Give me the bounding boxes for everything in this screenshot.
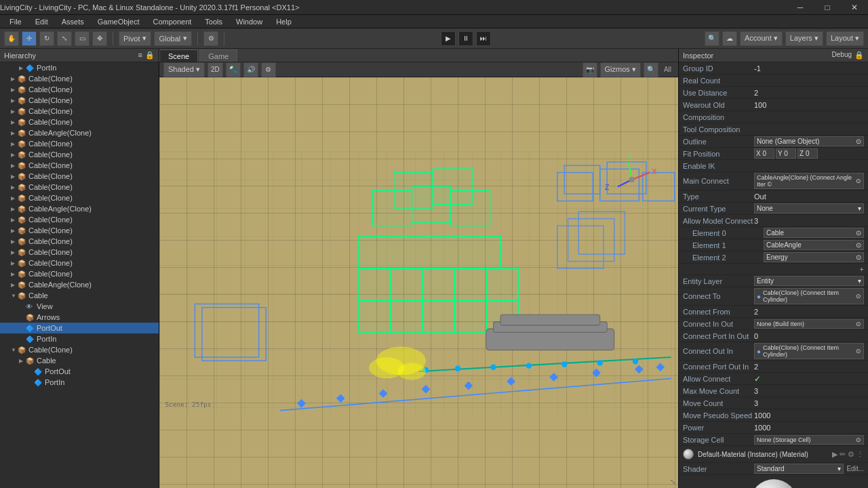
menubar-item-edit[interactable]: Edit [30, 16, 54, 27]
list-item[interactable]: ▶ 📦 Cable(Clone) [0, 160, 159, 171]
list-item[interactable]: 📦 Arrows [0, 312, 159, 323]
layout-dropdown[interactable]: Layout ▾ [826, 31, 864, 46]
toolbar-transform-rect[interactable]: ▭ [75, 31, 90, 46]
scene-resize-handle[interactable]: ⤡ [670, 478, 675, 485]
menubar-item-tools[interactable]: Tools [199, 16, 228, 27]
audio-button[interactable]: 🔊 [243, 62, 258, 77]
toolbar-custom[interactable]: ⚙ [203, 31, 218, 46]
wearout-value: 100 [754, 101, 864, 109]
list-item[interactable]: ▶ 📦 Cable(Clone) [0, 73, 159, 84]
pivot-dropdown[interactable]: Pivot ▾ [119, 31, 151, 46]
list-item[interactable]: ▶ 📦 Cable(Clone) [0, 214, 159, 225]
effects-button[interactable]: ⚙ [261, 62, 276, 77]
mainconnect-dropdown[interactable]: CableAngle(Clone) (Connect Angle Iter © … [754, 173, 864, 189]
fitposition-z[interactable] [797, 148, 818, 159]
global-dropdown[interactable]: Global ▾ [154, 31, 192, 46]
list-item[interactable]: ▶ 📦 Cable(Clone) [0, 247, 159, 258]
list-item[interactable]: ▶ 📦 Cable [0, 355, 159, 366]
search-button[interactable]: 🔍 [705, 31, 719, 46]
tab-game[interactable]: Game [199, 49, 237, 62]
list-item[interactable]: 🔷 PortIn [0, 333, 159, 344]
list-item[interactable]: ▶ 📦 CableAngle(Clone) [0, 203, 159, 214]
inspector-debug-button[interactable]: Debug [832, 51, 852, 60]
scene-view[interactable]: X Y Z Scene: 25fps ⤡ [159, 77, 678, 488]
list-item[interactable]: ▶ 📦 Cable(Clone) [0, 225, 159, 236]
list-item[interactable]: ▶ 📦 Cable(Clone) [0, 117, 159, 127]
list-item[interactable]: ▶ 📦 Cable(Clone) [0, 192, 159, 203]
toolbar-transform-all[interactable]: ✥ [92, 31, 107, 46]
element1-dropdown[interactable]: CableAngle ⊙ [764, 240, 864, 250]
lighting-button[interactable]: 🔦 [226, 62, 241, 77]
material-settings-icon[interactable]: ⚙ [848, 450, 854, 459]
list-item[interactable]: ▶ 📦 Cable(Clone) [0, 84, 159, 95]
connectinout-dropdown[interactable]: None (Build Item) ⊙ [754, 319, 864, 329]
fitposition-x[interactable] [754, 148, 774, 159]
element0-dropdown[interactable]: Cable ⊙ [764, 228, 864, 238]
menubar-item-gameobject[interactable]: GameObject [92, 16, 145, 27]
list-item[interactable]: ▶ 🔷 PortIn [0, 62, 159, 73]
play-button[interactable]: ▶ [441, 31, 456, 46]
toolbar-transform-move[interactable]: ✛ [22, 31, 37, 46]
material-more-icon[interactable]: ⋮ [856, 450, 864, 459]
list-item[interactable]: ▶ 📦 CableAngle(Clone) [0, 127, 159, 138]
layers-dropdown[interactable]: Layers ▾ [785, 31, 823, 46]
toolbar-transform-scale[interactable]: ⤡ [57, 31, 72, 46]
list-item[interactable]: ▶ 📦 Cable(Clone) [0, 95, 159, 106]
add-element-button[interactable]: + [860, 265, 864, 273]
list-item[interactable]: 🔷 PortIn [0, 377, 159, 388]
entitylayer-dropdown[interactable]: Entity ▾ [754, 276, 864, 286]
connectoutin-dropdown[interactable]: ● Cable(Clone) (Connect Item Cylinder) ⊙ [754, 343, 864, 359]
svg-rect-12 [433, 169, 472, 204]
hierarchy-lock-icon[interactable]: 🔒 [145, 51, 155, 60]
material-edit-icon[interactable]: ✏ [840, 450, 846, 459]
list-item[interactable]: ▶ 📦 Cable(Clone) [0, 171, 159, 182]
shader-dropdown[interactable]: Standard ▾ [754, 464, 844, 474]
close-button[interactable]: ✕ [841, 0, 868, 15]
inspector-lock-icon[interactable]: 🔒 [854, 51, 864, 60]
list-item[interactable]: ▶ 📦 Cable(Clone) [0, 236, 159, 247]
account-dropdown[interactable]: Account ▾ [740, 31, 783, 46]
connectinout-label: Connect In Out [683, 320, 754, 328]
hierarchy-menu-icon[interactable]: ≡ [138, 51, 142, 60]
list-item-portout-selected[interactable]: 🔷 PortOut [0, 323, 159, 333]
menubar-item-component[interactable]: Component [147, 16, 197, 27]
2d-button[interactable]: 2D [208, 62, 223, 77]
list-item[interactable]: ▶ 📦 Cable(Clone) [0, 182, 159, 192]
gizmos-dropdown[interactable]: Gizmos ▾ [600, 62, 641, 77]
menubar-item-window[interactable]: Window [231, 16, 268, 27]
collab-button[interactable]: ☁ [722, 31, 737, 46]
step-button[interactable]: ⏭ [476, 31, 491, 46]
toolbar-transform-hand[interactable]: ✋ [4, 31, 19, 46]
search-scene-button[interactable]: 🔍 [644, 62, 658, 77]
inspector-row-movecount: Move Count 3 [679, 397, 868, 409]
list-item[interactable]: 👁 View [0, 301, 159, 312]
material-play-icon[interactable]: ▶ [832, 450, 837, 459]
connectto-dropdown[interactable]: ● Cable(Clone) (Connect Item Cylinder) ⊙ [754, 288, 864, 304]
toolbar-transform-rotate[interactable]: ↻ [39, 31, 54, 46]
menubar-item-assets[interactable]: Assets [56, 16, 90, 27]
currenttype-dropdown[interactable]: None ▾ [754, 203, 864, 214]
list-item[interactable]: ▶ 📦 Cable(Clone) [0, 258, 159, 268]
shaded-dropdown[interactable]: Shaded ▾ [163, 62, 205, 77]
pause-button[interactable]: ⏸ [458, 31, 473, 46]
menubar-item-help[interactable]: Help [271, 16, 297, 27]
minimize-button[interactable]: ─ [787, 0, 814, 15]
maximize-button[interactable]: □ [814, 0, 841, 15]
list-item[interactable]: ▶ 📦 Cable(Clone) [0, 138, 159, 149]
list-item[interactable]: ▼ 📦 Cable(Clone) [0, 344, 159, 355]
tab-scene[interactable]: Scene [159, 49, 198, 62]
list-item[interactable]: ▼ 📦 Cable [0, 290, 159, 301]
list-item[interactable]: ▶ 📦 Cable(Clone) [0, 106, 159, 117]
menubar-item-file[interactable]: File [4, 16, 27, 27]
element2-dropdown[interactable]: Energy ⊙ [764, 252, 864, 262]
outline-dropdown[interactable]: None (Game Object) ⊙ [754, 136, 864, 146]
fitposition-y[interactable] [776, 148, 796, 159]
list-item[interactable]: ▶ 📦 CableAngle(Clone) [0, 279, 159, 290]
list-item[interactable]: ▶ 📦 Cable(Clone) [0, 268, 159, 279]
usedistance-value: 2 [754, 89, 864, 97]
storagecell-dropdown[interactable]: None (Storage Cell) ⊙ [754, 435, 864, 445]
list-item[interactable]: 🔷 PortOut [0, 366, 159, 377]
scene-cam-button[interactable]: 📷 [583, 62, 597, 77]
list-item[interactable]: ▶ 📦 Cable(Clone) [0, 149, 159, 160]
edit-shader-button[interactable]: Edit... [846, 465, 864, 472]
